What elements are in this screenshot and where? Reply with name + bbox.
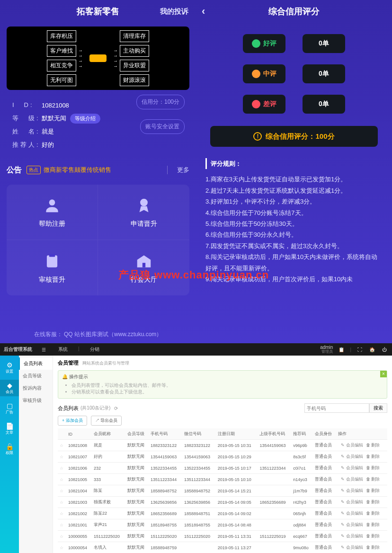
notice-more-link[interactable]: 更多 [177,166,189,174]
complaints-link[interactable]: 我的投诉 [160,7,188,16]
delete-link[interactable]: 🗑 删除 [366,522,380,527]
star-icon[interactable]: ☆ [58,440,66,451]
cell [182,542,216,553]
crumb-title: 会员管理 [58,360,79,366]
fullscreen-icon[interactable]: ⛶ [356,346,364,353]
cell: 普通会员 [313,474,336,485]
cell: 普通会员 [313,519,336,531]
power-icon[interactable]: ⏻ [381,346,388,353]
edit-link[interactable]: ✎ 会员编辑 [341,545,363,550]
delete-link[interactable]: 🗑 删除 [366,443,380,447]
edit-link[interactable]: ✎ 会员编辑 [341,511,363,516]
cell: 15112225020 [182,531,216,542]
arrow-icon: →→→→ [78,48,83,69]
star-icon[interactable]: ☆ [58,451,66,463]
search-button[interactable]: 搜索 [369,403,387,413]
notice-title: 公告 [7,165,22,175]
cell: 9mu08o [291,542,313,553]
side-item-1[interactable]: ◆会员 [0,380,19,396]
cell: 13544159063 [182,451,216,463]
calendar-icon[interactable]: 📋 [338,346,345,353]
security-settings-button[interactable]: 账号安全设置 [140,119,185,134]
column-header: 微信号码 [182,428,216,440]
star-icon[interactable]: ☆ [58,474,66,485]
level-label: 等 级: [12,114,42,123]
cell: 默默无闻 [125,508,149,519]
star-icon[interactable]: ☆ [58,519,66,531]
back-icon[interactable]: ‹ [202,5,205,18]
star-icon[interactable]: ☆ [58,508,66,519]
cell: 333 [92,474,125,485]
good-rating-pill: 好评 [243,34,285,53]
edit-link[interactable]: ✎ 会员编辑 [341,454,363,459]
notice-text[interactable]: 微商新零售颠覆传统销售 [44,166,162,174]
tip-close-icon[interactable]: × [380,371,387,377]
delete-link[interactable]: 🗑 删除 [366,454,380,459]
side-item-2[interactable]: ▢广告 [0,400,19,417]
delete-link[interactable]: 🗑 删除 [366,511,380,516]
delete-link[interactable]: 🗑 删除 [366,488,380,493]
nav-system[interactable]: 系统 [55,346,71,353]
star-icon[interactable]: ☆ [58,497,66,508]
cell: 普通会员 [313,542,336,553]
search-input[interactable] [304,403,369,413]
home-icon[interactable]: 🏠 [368,346,376,353]
cell: 13522334455 [149,463,182,474]
cell: 10821001 [66,519,92,531]
credit-score-button[interactable]: 信用分：100分 [136,95,185,109]
edit-link[interactable]: ✎ 会员编辑 [341,499,363,504]
cell: 默默无闻 [125,440,149,451]
submenu-item[interactable]: 投诉内容 [19,382,53,394]
nav-distribution[interactable]: 分销 [87,346,102,353]
refresh-icon[interactable]: ⟳ [114,406,118,411]
export-member-button[interactable]: ↗ 导出会员 [91,416,122,426]
delete-link[interactable]: 🗑 删除 [366,534,380,538]
menu-help-register[interactable]: 帮助注册 [7,185,98,240]
banner-carousel[interactable]: 库存积压 客户难找 相互竞争 无利可图 →→→→ 微商新零售 →→→→ 清理库存… [7,27,189,90]
side-item-0[interactable]: ⚙设置 [0,359,19,376]
delete-link[interactable]: 🗑 删除 [366,545,380,550]
edit-link[interactable]: ✎ 会员编辑 [341,534,363,538]
cell: 2019-05-14 15:21 [216,485,258,497]
delete-link[interactable]: 🗑 删除 [366,465,380,470]
star-icon[interactable]: ☆ [58,463,66,474]
column-header: 会员身份 [313,428,336,440]
edit-link[interactable]: ✎ 会员编辑 [341,443,363,447]
cell: 默默无闻 [125,474,149,485]
cell: 普通会员 [313,485,336,497]
side-item-3[interactable]: 📄文章 [0,420,19,437]
cell: 18518948755 [149,519,182,531]
bell-icon: 🔔 [62,374,69,379]
delete-link[interactable]: 🗑 删除 [366,477,380,482]
total-score: ! 综合信用评分：100分 [210,126,378,147]
side-item-4[interactable]: 🔒权限 [0,441,19,457]
cell: 13511223344 [258,463,291,474]
star-icon[interactable]: ☆ [58,542,66,553]
rule-item: 6.综合信用分低于30分永久封号。 [205,229,383,240]
submenu-item[interactable]: 会员列表 [19,357,53,370]
star-icon[interactable]: ☆ [58,531,66,542]
submenu-item[interactable]: 审核升级 [19,394,53,407]
user-level: 默默无闻 [42,114,66,123]
delete-link[interactable]: 🗑 删除 [366,499,380,504]
rule-item: 5.综合信用分低于50分冻结30天。 [205,218,383,229]
menu-audit-promotion[interactable]: 审核晋升 [7,240,98,295]
menu-toggle-icon[interactable]: ☰ [42,347,46,352]
menu-apply-promotion[interactable]: 申请晋升 [98,185,189,240]
banner-left-item: 库存积压 [47,30,76,42]
cell: ecq667 [291,531,313,542]
edit-link[interactable]: ✎ 会员编辑 [341,465,363,470]
rule-item: 1.商家在3天内上传发货凭证自动显示已发货加1分。 [205,174,383,185]
add-member-button[interactable]: + 添加会员 [58,416,87,426]
edit-link[interactable]: ✎ 会员编辑 [341,522,363,527]
name-label: 姓 名: [12,127,42,136]
cell: 065njh [291,508,313,519]
svg-rect-4 [142,263,145,268]
submenu-item[interactable]: 会员等级 [19,370,53,382]
star-icon[interactable]: ☆ [58,485,66,497]
edit-link[interactable]: ✎ 会员编辑 [341,488,363,493]
edit-link[interactable]: ✎ 会员编辑 [341,477,363,482]
menu-label: 帮助注册 [39,220,65,228]
list-count: (共100条记录) [80,405,110,411]
level-intro-button[interactable]: 等级介绍 [70,114,100,124]
